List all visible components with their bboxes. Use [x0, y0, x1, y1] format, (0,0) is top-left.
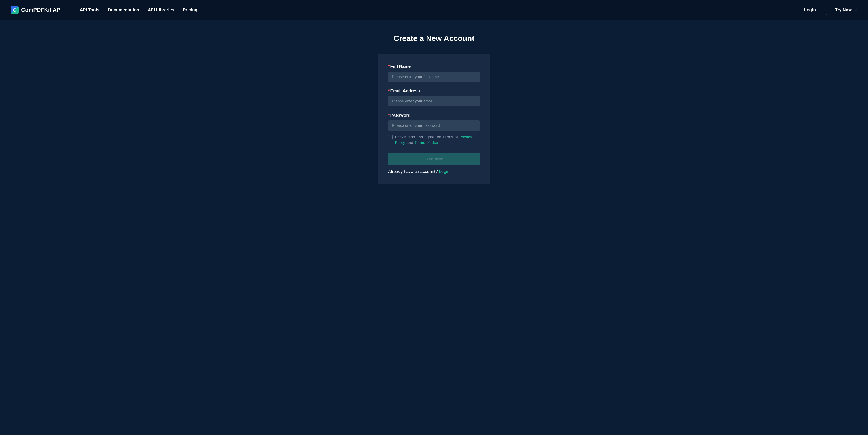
- already-account-row: Already have an account? Login: [388, 169, 480, 174]
- terms-of-use-link[interactable]: Terms of Use: [414, 141, 438, 145]
- required-marker: *: [388, 113, 390, 118]
- email-label-text: Email Address: [390, 88, 420, 93]
- password-input[interactable]: [388, 120, 480, 131]
- main-content: Create a New Account *Full Name *Email A…: [0, 20, 868, 184]
- brand[interactable]: ComPDFKit API: [11, 6, 62, 14]
- password-label: *Password: [388, 113, 480, 118]
- password-field: *Password: [388, 113, 480, 131]
- full-name-label: *Full Name: [388, 64, 480, 69]
- email-label: *Email Address: [388, 88, 480, 93]
- nav-documentation[interactable]: Documentation: [108, 7, 139, 12]
- email-input[interactable]: [388, 96, 480, 106]
- brand-logo-icon: [11, 6, 19, 14]
- required-marker: *: [388, 88, 390, 93]
- already-account-text: Already have an account?: [388, 169, 439, 174]
- signup-card: *Full Name *Email Address *Password I ha…: [378, 54, 490, 184]
- brand-text: ComPDFKit API: [21, 7, 62, 13]
- full-name-input[interactable]: [388, 72, 480, 82]
- terms-and: and: [405, 141, 414, 145]
- try-now-label: Try Now: [835, 7, 852, 12]
- terms-text: I have read and agree the Terms of Priva…: [395, 134, 480, 146]
- nav-api-tools[interactable]: API Tools: [80, 7, 99, 12]
- full-name-field: *Full Name: [388, 64, 480, 82]
- login-link[interactable]: Login: [439, 169, 450, 174]
- terms-checkbox[interactable]: [388, 135, 393, 139]
- password-label-text: Password: [390, 113, 410, 118]
- nav-api-libraries[interactable]: API Libraries: [148, 7, 174, 12]
- arrow-right-icon: [854, 8, 857, 12]
- main-nav: API Tools Documentation API Libraries Pr…: [80, 7, 197, 12]
- required-marker: *: [388, 64, 390, 69]
- header-login-button[interactable]: Login: [793, 4, 827, 15]
- terms-prefix: I have read and agree the Terms of: [395, 135, 459, 139]
- email-field: *Email Address: [388, 88, 480, 106]
- register-button[interactable]: Register: [388, 153, 480, 165]
- page-title: Create a New Account: [394, 34, 474, 43]
- try-now-link[interactable]: Try Now: [835, 7, 857, 12]
- nav-pricing[interactable]: Pricing: [183, 7, 197, 12]
- site-header: ComPDFKit API API Tools Documentation AP…: [0, 0, 868, 20]
- full-name-label-text: Full Name: [390, 64, 411, 69]
- terms-row: I have read and agree the Terms of Priva…: [388, 134, 480, 146]
